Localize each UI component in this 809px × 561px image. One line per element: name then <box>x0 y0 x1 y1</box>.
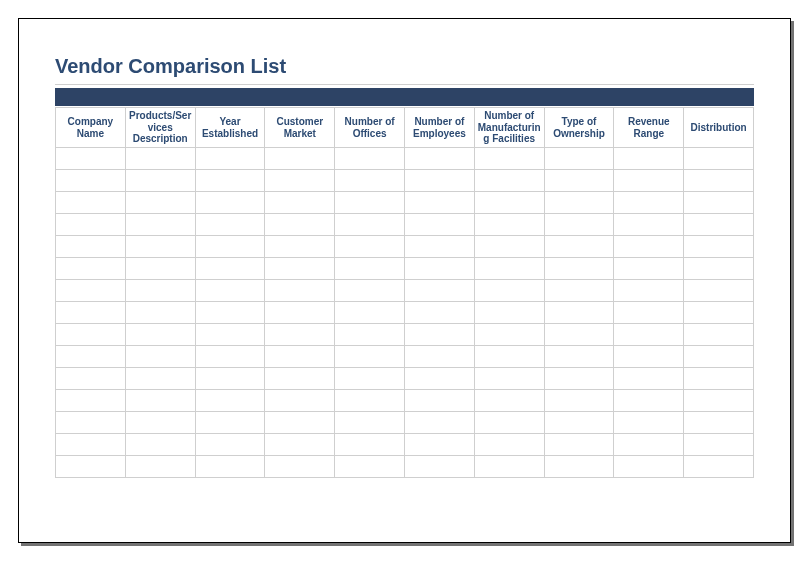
table-cell[interactable] <box>404 434 474 456</box>
table-cell[interactable] <box>404 236 474 258</box>
table-cell[interactable] <box>125 236 195 258</box>
table-cell[interactable] <box>404 192 474 214</box>
table-cell[interactable] <box>56 192 126 214</box>
table-cell[interactable] <box>56 214 126 236</box>
table-cell[interactable] <box>195 368 265 390</box>
table-cell[interactable] <box>614 258 684 280</box>
table-cell[interactable] <box>125 280 195 302</box>
table-cell[interactable] <box>404 148 474 170</box>
table-cell[interactable] <box>684 170 754 192</box>
table-cell[interactable] <box>614 368 684 390</box>
table-cell[interactable] <box>544 346 614 368</box>
table-cell[interactable] <box>265 280 335 302</box>
table-cell[interactable] <box>544 280 614 302</box>
table-cell[interactable] <box>404 170 474 192</box>
table-cell[interactable] <box>56 346 126 368</box>
table-cell[interactable] <box>195 346 265 368</box>
table-cell[interactable] <box>474 258 544 280</box>
table-cell[interactable] <box>684 434 754 456</box>
table-cell[interactable] <box>544 324 614 346</box>
table-cell[interactable] <box>614 280 684 302</box>
table-cell[interactable] <box>265 412 335 434</box>
table-cell[interactable] <box>684 192 754 214</box>
table-cell[interactable] <box>544 192 614 214</box>
table-cell[interactable] <box>474 280 544 302</box>
table-cell[interactable] <box>125 390 195 412</box>
table-cell[interactable] <box>335 346 405 368</box>
table-cell[interactable] <box>56 456 126 478</box>
table-cell[interactable] <box>56 148 126 170</box>
table-cell[interactable] <box>474 192 544 214</box>
table-cell[interactable] <box>684 236 754 258</box>
table-cell[interactable] <box>404 390 474 412</box>
table-cell[interactable] <box>544 390 614 412</box>
table-cell[interactable] <box>335 434 405 456</box>
table-cell[interactable] <box>404 302 474 324</box>
table-cell[interactable] <box>265 236 335 258</box>
table-cell[interactable] <box>195 192 265 214</box>
table-cell[interactable] <box>125 434 195 456</box>
table-cell[interactable] <box>265 258 335 280</box>
table-cell[interactable] <box>474 148 544 170</box>
table-cell[interactable] <box>265 170 335 192</box>
table-cell[interactable] <box>404 346 474 368</box>
table-cell[interactable] <box>474 346 544 368</box>
table-cell[interactable] <box>684 148 754 170</box>
table-cell[interactable] <box>684 280 754 302</box>
table-cell[interactable] <box>56 368 126 390</box>
table-cell[interactable] <box>614 434 684 456</box>
table-cell[interactable] <box>474 302 544 324</box>
table-cell[interactable] <box>195 434 265 456</box>
table-cell[interactable] <box>56 390 126 412</box>
table-cell[interactable] <box>614 346 684 368</box>
table-cell[interactable] <box>265 214 335 236</box>
table-cell[interactable] <box>335 192 405 214</box>
table-cell[interactable] <box>125 214 195 236</box>
table-cell[interactable] <box>684 368 754 390</box>
table-cell[interactable] <box>265 148 335 170</box>
table-cell[interactable] <box>335 258 405 280</box>
table-cell[interactable] <box>125 368 195 390</box>
table-cell[interactable] <box>56 236 126 258</box>
table-cell[interactable] <box>684 214 754 236</box>
table-cell[interactable] <box>404 456 474 478</box>
table-cell[interactable] <box>404 412 474 434</box>
table-cell[interactable] <box>404 258 474 280</box>
table-cell[interactable] <box>544 148 614 170</box>
table-cell[interactable] <box>335 324 405 346</box>
table-cell[interactable] <box>404 214 474 236</box>
table-cell[interactable] <box>614 412 684 434</box>
table-cell[interactable] <box>544 214 614 236</box>
table-cell[interactable] <box>125 324 195 346</box>
table-cell[interactable] <box>56 324 126 346</box>
table-cell[interactable] <box>335 302 405 324</box>
table-cell[interactable] <box>684 390 754 412</box>
table-cell[interactable] <box>544 456 614 478</box>
table-cell[interactable] <box>335 214 405 236</box>
table-cell[interactable] <box>335 456 405 478</box>
table-cell[interactable] <box>614 170 684 192</box>
table-cell[interactable] <box>125 302 195 324</box>
table-cell[interactable] <box>195 456 265 478</box>
table-cell[interactable] <box>195 258 265 280</box>
table-cell[interactable] <box>56 170 126 192</box>
table-cell[interactable] <box>684 258 754 280</box>
table-cell[interactable] <box>125 346 195 368</box>
table-cell[interactable] <box>614 148 684 170</box>
table-cell[interactable] <box>614 302 684 324</box>
table-cell[interactable] <box>265 302 335 324</box>
table-cell[interactable] <box>195 170 265 192</box>
table-cell[interactable] <box>195 236 265 258</box>
table-cell[interactable] <box>614 324 684 346</box>
table-cell[interactable] <box>335 148 405 170</box>
table-cell[interactable] <box>195 214 265 236</box>
table-cell[interactable] <box>335 390 405 412</box>
table-cell[interactable] <box>614 390 684 412</box>
table-cell[interactable] <box>195 412 265 434</box>
table-cell[interactable] <box>335 412 405 434</box>
table-cell[interactable] <box>265 456 335 478</box>
table-cell[interactable] <box>404 368 474 390</box>
table-cell[interactable] <box>335 280 405 302</box>
table-cell[interactable] <box>544 258 614 280</box>
table-cell[interactable] <box>56 280 126 302</box>
